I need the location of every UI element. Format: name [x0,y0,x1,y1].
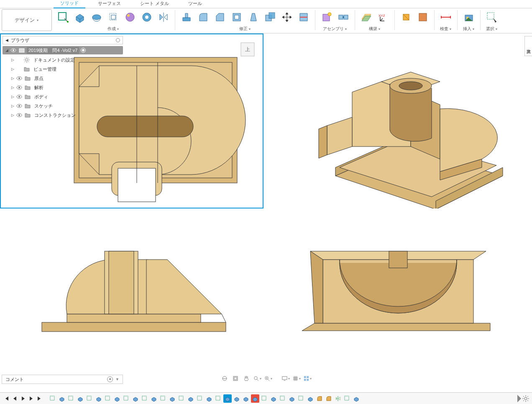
revolve-icon[interactable] [90,10,104,24]
fillet-icon[interactable] [196,10,210,24]
timeline-feature-sketch[interactable] [196,394,204,403]
comments-bar[interactable]: コメント + ▼ [2,375,123,384]
chamfer-icon[interactable] [213,10,227,24]
timeline-play-icon[interactable] [19,395,27,402]
browser-settings-icon[interactable] [116,38,120,42]
workspace-switcher[interactable]: デザイン [2,9,52,31]
timeline-feature-extrude[interactable] [242,394,250,403]
ribbon-group-assemble-label[interactable]: アセンブリ [323,26,348,32]
browser-item[interactable]: ▷原点 [3,74,123,83]
section-icon[interactable] [399,10,413,24]
ribbon-group-insert-label[interactable]: 挿入 [463,26,475,32]
timeline-end-icon[interactable] [36,395,43,402]
timeline-feature-extrude[interactable] [76,394,84,403]
visibility-icon[interactable] [16,75,23,82]
browser-header[interactable]: ◀ ブラウザ [3,36,123,44]
visibility-icon[interactable] [16,84,23,91]
visibility-icon[interactable] [10,47,17,54]
browser-item[interactable]: ▷ドキュメントの設定 [3,55,123,64]
timeline-feature-sketch[interactable] [141,394,149,403]
new-component-icon[interactable] [320,10,334,24]
joint-icon[interactable] [336,10,350,24]
timeline-feature-extrude[interactable] [288,394,296,403]
tab-surface[interactable]: サーフェス [91,0,128,8]
split-icon[interactable] [297,10,311,24]
insert-icon[interactable] [462,10,476,24]
browser-root[interactable]: ◢ 2019後期 問4 -Vol2 v7 [3,46,123,54]
fit-icon[interactable] [264,374,272,383]
timeline-next-icon[interactable] [28,395,35,402]
extrude-icon[interactable] [73,10,87,24]
ribbon-group-construct-label[interactable]: 構築 [369,26,381,32]
expand-icon[interactable]: ▷ [10,76,15,80]
timeline-feature-extrude[interactable] [251,394,259,403]
viewcube[interactable]: 上 [238,40,257,59]
ribbon-group-select-label[interactable]: 選択 [486,26,498,32]
timeline-feature-sketch[interactable] [214,394,223,403]
timeline-feature-sketch[interactable] [297,394,305,403]
ribbon-group-inspect-label[interactable]: 検査 [440,26,452,32]
timeline-feature-sketch[interactable] [104,394,112,403]
timeline-feature-extrude[interactable] [205,394,213,403]
plane-icon[interactable] [359,10,373,24]
timeline-feature-sketch[interactable] [343,394,351,403]
tab-tools[interactable]: ツール [182,0,209,8]
timeline-feature-fillet[interactable] [325,394,333,403]
expand-icon[interactable]: ▷ [10,113,15,117]
expand-icon[interactable]: ▷ [10,67,15,71]
expand-icon[interactable]: ▷ [10,85,15,90]
browser-collapse-icon[interactable]: ◀ [5,38,8,42]
draft-icon[interactable] [246,10,261,24]
timeline-feature-extrude[interactable] [150,394,158,403]
pressPull-icon[interactable] [179,10,194,24]
orbit-icon[interactable] [220,374,229,383]
hole-icon[interactable] [140,10,154,24]
axis-icon[interactable]: XYZ [376,10,390,24]
visibility-icon[interactable] [16,93,23,100]
ribbon-group-create-label[interactable]: 作成 [107,26,120,32]
shell-icon[interactable] [230,10,244,24]
display-icon[interactable] [281,374,290,383]
measure-icon[interactable] [439,10,453,24]
timeline-feature-sketch[interactable] [260,394,269,403]
visibility-icon[interactable] [16,112,23,118]
add-comment-icon[interactable]: + [107,376,113,382]
timeline-feature-extrude[interactable] [352,394,361,403]
loft-icon[interactable] [123,10,137,24]
timeline-feature-sketch[interactable] [159,394,167,403]
move-icon[interactable] [280,10,294,24]
ribbon-group-modify-label[interactable]: 修正 [239,26,251,32]
timeline-feature-sketch[interactable] [85,394,94,403]
side-flyout-tab[interactable]: 次第 [524,36,532,56]
timeline-feature-extrude[interactable] [187,394,195,403]
timeline-feature-extrude[interactable] [58,394,66,403]
timeline-feature-extrude[interactable] [306,394,315,403]
expand-icon[interactable]: ◢ [4,48,9,52]
timeline-feature-extrude[interactable] [95,394,103,403]
comments-collapse-icon[interactable]: ▼ [115,377,119,381]
viewports-icon[interactable] [303,374,312,383]
browser-item[interactable]: ▷ビュー管理 [3,64,123,74]
timeline-feature-sketch[interactable] [67,394,75,403]
timeline-settings-icon[interactable] [522,395,529,402]
timeline-marker-icon[interactable] [517,395,521,402]
timeline-feature-sketch[interactable] [49,394,57,403]
tab-sheetmetal[interactable]: シート メタル [133,0,176,8]
tab-solid[interactable]: ソリッド [54,0,85,8]
viewport-iso[interactable] [264,33,532,208]
browser-item[interactable]: ▷コンストラクション [3,111,123,120]
sweep-icon[interactable] [106,10,120,24]
activate-radio-icon[interactable] [81,48,86,53]
browser-item[interactable]: ▷ボディ [3,92,123,101]
expand-icon[interactable]: ▷ [10,58,15,62]
timeline-feature-sketch[interactable] [122,394,130,403]
timeline-feature-fillet[interactable] [315,394,324,403]
lookAt-icon[interactable] [231,374,240,383]
viewport-front[interactable] [0,209,263,373]
timeline-feature-extrude[interactable] [113,394,121,403]
sketch-icon[interactable] [56,10,70,24]
viewport-top[interactable]: 上 ◀ ブラウザ ◢ 2019後期 問4 -Vol2 v7 ▷ドキュメントの設定… [0,33,263,208]
timeline-prev-icon[interactable] [11,395,18,402]
expand-icon[interactable]: ▷ [10,95,15,99]
pan-icon[interactable] [242,374,251,383]
